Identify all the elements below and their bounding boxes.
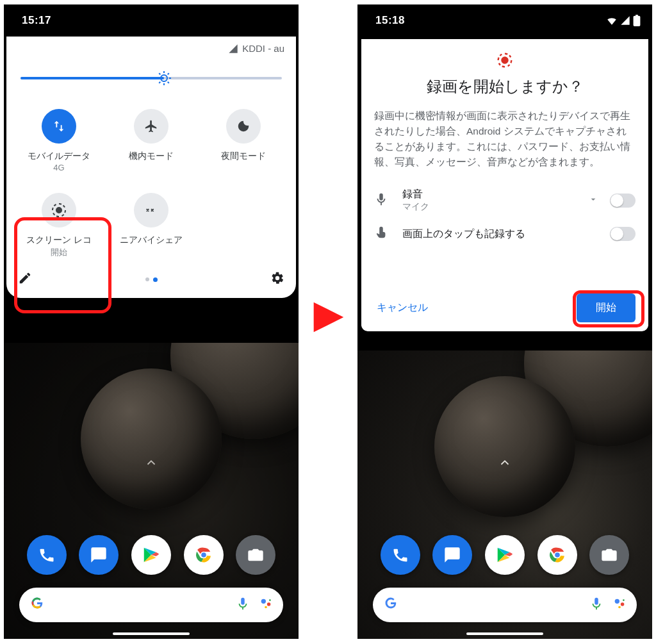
svg-point-23 bbox=[618, 606, 621, 609]
svg-point-0 bbox=[161, 75, 167, 81]
carrier-label: KDDI - au bbox=[242, 43, 284, 54]
dialog-title: 録画を開始しますか？ bbox=[374, 76, 636, 97]
svg-line-5 bbox=[160, 73, 161, 74]
record-icon bbox=[374, 52, 636, 69]
home-background bbox=[4, 343, 299, 639]
qs-tile-label: 機内モード bbox=[108, 150, 195, 161]
qs-header: KDDI - au bbox=[6, 37, 296, 58]
qs-tile-label: ニアバイシェア bbox=[108, 234, 195, 245]
qs-tile-label: モバイルデータ bbox=[15, 150, 102, 161]
home-handle[interactable] bbox=[113, 632, 190, 635]
assistant-icon[interactable] bbox=[259, 597, 273, 613]
status-bar: 15:17 bbox=[4, 4, 299, 37]
svg-point-24 bbox=[623, 599, 625, 601]
svg-point-16 bbox=[269, 599, 271, 601]
dialog-body: 録画中に機密情報が画面に表示されたりデバイスで再生されたりした場合、Androi… bbox=[374, 108, 636, 170]
search-bar[interactable] bbox=[19, 588, 283, 622]
google-g-icon bbox=[383, 595, 398, 615]
qs-footer bbox=[6, 267, 296, 295]
qs-tile-screen-record[interactable]: スクリーン レコ 開始 bbox=[13, 188, 105, 267]
messages-app-icon[interactable] bbox=[432, 535, 472, 575]
camera-app-icon[interactable] bbox=[589, 535, 629, 575]
qs-tile-mobile-data[interactable]: モバイルデータ 4G bbox=[13, 104, 105, 181]
moon-icon bbox=[226, 109, 261, 144]
svg-line-8 bbox=[168, 73, 169, 74]
chevron-up-icon[interactable] bbox=[144, 456, 158, 472]
google-g-icon bbox=[29, 595, 45, 615]
signal-icon bbox=[620, 15, 630, 26]
svg-point-22 bbox=[621, 602, 625, 606]
option-audio-sub: マイク bbox=[402, 201, 577, 213]
wifi-icon bbox=[606, 15, 618, 26]
phone-app-icon[interactable] bbox=[27, 535, 67, 575]
chevron-up-icon[interactable] bbox=[498, 456, 512, 472]
mic-icon[interactable] bbox=[236, 597, 250, 613]
start-button[interactable]: 開始 bbox=[577, 293, 636, 322]
svg-point-15 bbox=[265, 606, 267, 609]
clock: 15:17 bbox=[22, 14, 51, 27]
play-store-icon[interactable] bbox=[131, 535, 171, 575]
gear-icon[interactable] bbox=[270, 271, 284, 288]
toggle-taps[interactable] bbox=[610, 227, 636, 241]
edit-icon[interactable] bbox=[18, 271, 32, 288]
svg-point-14 bbox=[267, 602, 271, 606]
qs-tile-label: 夜間モード bbox=[200, 150, 287, 161]
svg-point-13 bbox=[261, 599, 266, 604]
dock bbox=[4, 535, 299, 575]
pager-dots bbox=[145, 277, 158, 282]
qs-tile-nearby-share[interactable]: ニアバイシェア bbox=[105, 188, 197, 267]
chevron-down-icon[interactable] bbox=[588, 194, 598, 207]
touch-icon bbox=[374, 226, 391, 242]
camera-app-icon[interactable] bbox=[236, 535, 275, 575]
assistant-icon[interactable] bbox=[612, 597, 627, 613]
signal-icon bbox=[228, 44, 238, 54]
search-bar[interactable] bbox=[373, 588, 637, 622]
qs-tile-night[interactable]: 夜間モード bbox=[197, 104, 290, 181]
qs-tiles-grid: モバイルデータ 4G 機内モード 夜間モード bbox=[6, 97, 296, 267]
mic-icon bbox=[374, 192, 391, 209]
qs-tile-sub: 開始 bbox=[15, 247, 102, 258]
chrome-app-icon[interactable] bbox=[537, 535, 577, 575]
option-audio-title: 録音 bbox=[402, 188, 577, 201]
record-target-icon bbox=[42, 193, 76, 227]
status-icons bbox=[606, 4, 641, 37]
dialog-actions: キャンセル 開始 bbox=[374, 287, 636, 322]
nearby-share-icon bbox=[134, 193, 168, 227]
qs-tile-label: スクリーン レコ bbox=[15, 234, 102, 245]
svg-line-6 bbox=[168, 82, 169, 83]
airplane-icon bbox=[134, 109, 168, 144]
quick-settings-panel: KDDI - au モバイルデータ 4G 機内モ bbox=[6, 37, 296, 298]
phone-left: 15:17 KDDI - au モバイルデータ 4G bbox=[4, 4, 299, 639]
battery-icon bbox=[633, 15, 641, 26]
transition-arrow-icon bbox=[306, 295, 351, 342]
mic-icon[interactable] bbox=[589, 597, 603, 613]
home-background bbox=[357, 351, 652, 639]
option-taps[interactable]: 画面上のタップも記録する bbox=[374, 219, 636, 249]
brightness-thumb-icon[interactable] bbox=[156, 70, 172, 86]
cancel-button[interactable]: キャンセル bbox=[374, 296, 430, 320]
screen-record-dialog: 録画を開始しますか？ 録画中に機密情報が画面に表示されたりデバイスで再生されたり… bbox=[361, 39, 648, 331]
svg-point-21 bbox=[615, 599, 619, 604]
svg-point-17 bbox=[502, 57, 507, 63]
svg-line-7 bbox=[160, 82, 161, 83]
qs-tile-airplane[interactable]: 機内モード bbox=[105, 104, 197, 181]
chrome-app-icon[interactable] bbox=[184, 535, 224, 575]
option-taps-title: 画面上のタップも記録する bbox=[402, 227, 598, 241]
status-bar: 15:18 bbox=[357, 4, 652, 37]
phone-right: 15:18 録画を開始しますか？ 録画中に機密情報が画面に表示されたりデバイスで… bbox=[357, 4, 652, 639]
brightness-slider[interactable] bbox=[20, 65, 282, 91]
play-store-icon[interactable] bbox=[485, 535, 525, 575]
svg-point-9 bbox=[56, 208, 62, 213]
clock: 15:18 bbox=[375, 14, 405, 27]
option-audio[interactable]: 録音 マイク bbox=[374, 181, 636, 219]
dock bbox=[357, 535, 652, 575]
home-handle[interactable] bbox=[466, 632, 543, 635]
toggle-audio[interactable] bbox=[610, 194, 636, 208]
phone-app-icon[interactable] bbox=[381, 535, 420, 575]
qs-tile-sub: 4G bbox=[15, 163, 102, 172]
arrows-up-down-icon bbox=[42, 109, 76, 144]
messages-app-icon[interactable] bbox=[79, 535, 119, 575]
